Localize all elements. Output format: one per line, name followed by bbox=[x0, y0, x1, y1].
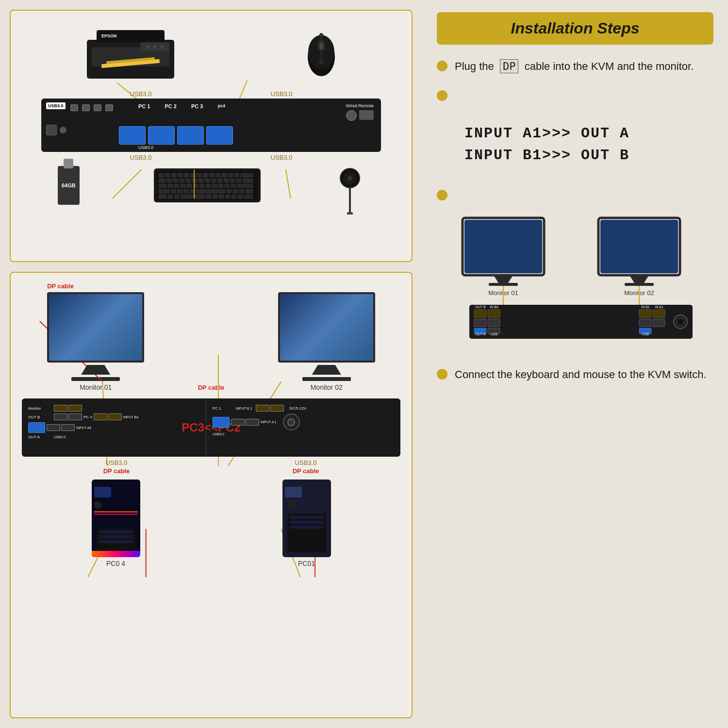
svg-rect-50 bbox=[236, 179, 241, 182]
left-panel: EPSON USB3.0 bbox=[0, 0, 422, 728]
svg-rect-121 bbox=[600, 220, 678, 273]
input-b4-label: INPUT B4 bbox=[123, 415, 138, 419]
kvm-switch-bottom: Monitor OUT B PC 4 bbox=[22, 398, 400, 457]
monitor-02-label: Monitor 02 bbox=[311, 383, 343, 391]
svg-rect-24 bbox=[159, 173, 164, 177]
svg-text:OUT A: OUT A bbox=[476, 332, 486, 336]
svg-rect-59 bbox=[206, 184, 211, 188]
pc3-label: PC 3 bbox=[191, 103, 203, 109]
usb-labels-bottom: USB3.0 USB3.0 bbox=[70, 154, 352, 161]
usb-labels-top: USB3.0 USB3.0 bbox=[70, 90, 352, 98]
svg-rect-27 bbox=[178, 173, 182, 177]
svg-rect-60 bbox=[212, 184, 217, 188]
svg-rect-71 bbox=[227, 189, 232, 193]
step-2 bbox=[437, 89, 713, 101]
monitor-01-screen bbox=[47, 292, 144, 363]
svg-rect-83 bbox=[232, 195, 236, 199]
pc-right-body bbox=[282, 480, 331, 557]
svg-rect-39 bbox=[167, 179, 172, 182]
svg-rect-70 bbox=[196, 189, 225, 193]
svg-text:IN B1: IN B1 bbox=[641, 305, 650, 309]
step-3-bullet bbox=[437, 190, 447, 200]
monitor-01-container: Monitor 01 bbox=[47, 292, 144, 391]
bottom-devices-row: 64GB bbox=[20, 166, 402, 216]
usb-label-bottom-left: USB3.0 bbox=[130, 154, 152, 161]
svg-rect-52 bbox=[159, 184, 166, 188]
svg-rect-81 bbox=[219, 195, 224, 199]
svg-rect-51 bbox=[243, 179, 253, 182]
svg-rect-36 bbox=[234, 173, 239, 177]
svg-rect-38 bbox=[159, 179, 165, 182]
installation-title-box: Installation Steps bbox=[437, 12, 713, 45]
usb-capacity-label: 64GB bbox=[62, 182, 76, 188]
pc1-label: PC 1 bbox=[138, 103, 150, 109]
out-a-kvm: OUT A bbox=[28, 435, 52, 439]
usb-port-1 bbox=[119, 126, 146, 145]
svg-rect-58 bbox=[199, 184, 204, 188]
usb-label-printer: USB3.0 bbox=[130, 90, 152, 98]
svg-rect-114 bbox=[290, 516, 324, 519]
dc-label: DC/5-12V bbox=[289, 406, 306, 411]
monitor-01-stand bbox=[81, 365, 110, 375]
svg-rect-77 bbox=[174, 195, 179, 199]
svg-rect-44 bbox=[199, 179, 203, 182]
svg-rect-85 bbox=[244, 195, 253, 199]
step1-dp-highlight: DP bbox=[500, 59, 519, 73]
usb-label-bottom-right: USB3.0 bbox=[271, 154, 293, 161]
pc4-label: pc4 bbox=[217, 103, 225, 109]
svg-rect-78 bbox=[181, 195, 205, 199]
svg-rect-76 bbox=[168, 195, 173, 199]
svg-rect-62 bbox=[225, 184, 230, 188]
pc-left-label: PC0 4 bbox=[106, 560, 125, 567]
wired-remote-label: Wired Remote bbox=[346, 103, 374, 108]
kvm-mini-diagram: Monitor 01 Monitor 02 OUT B bbox=[455, 215, 707, 353]
input-a4-label: INPUT A4 bbox=[76, 426, 91, 430]
step-1-bullet bbox=[437, 61, 447, 71]
kvm-usb-bottom-label: USB3.0 bbox=[138, 145, 153, 150]
svg-marker-119 bbox=[494, 275, 513, 283]
dp-cable-label-2: DP cable bbox=[198, 384, 225, 391]
svg-rect-68 bbox=[183, 189, 188, 193]
svg-rect-19 bbox=[319, 43, 323, 50]
svg-marker-123 bbox=[629, 275, 649, 283]
input-b1-label: INPUT B 1 bbox=[236, 407, 252, 410]
svg-point-13 bbox=[160, 45, 164, 49]
svg-rect-42 bbox=[186, 179, 191, 182]
svg-text:USB: USB bbox=[491, 332, 498, 336]
step-3 bbox=[437, 188, 713, 200]
svg-rect-29 bbox=[190, 173, 195, 177]
kvm-left-section: Monitor OUT B PC 4 bbox=[22, 398, 206, 457]
svg-rect-138 bbox=[653, 319, 665, 327]
svg-rect-56 bbox=[187, 184, 192, 188]
dp-cable-label-1: DP cable bbox=[47, 282, 74, 290]
svg-rect-128 bbox=[474, 310, 486, 317]
hdmi-port bbox=[359, 110, 374, 120]
left-pc-labels: USB3.0 DP cable bbox=[103, 459, 130, 475]
svg-rect-46 bbox=[211, 179, 216, 182]
step-2-bullet bbox=[437, 90, 447, 101]
bottom-diagram-box: DP cable Monitor 01 DP cable Monitor 02 bbox=[10, 272, 413, 718]
usb-label-pc-right: USB3.0 bbox=[295, 459, 317, 466]
pc-right-tower: PC01 bbox=[282, 480, 331, 567]
step-1: Plug the DP cable into the KVM and the m… bbox=[437, 59, 713, 74]
svg-point-21 bbox=[319, 33, 323, 37]
svg-rect-65 bbox=[159, 189, 169, 193]
svg-rect-73 bbox=[239, 189, 244, 193]
top-devices-row: EPSON bbox=[20, 20, 402, 85]
svg-rect-120 bbox=[489, 283, 518, 286]
installation-title: Installation Steps bbox=[511, 19, 640, 37]
svg-rect-132 bbox=[488, 319, 500, 327]
svg-rect-129 bbox=[474, 319, 486, 327]
step-1-text: Plug the DP cable into the KVM and the m… bbox=[455, 59, 694, 74]
kvm-usb-badge: USB3.0 bbox=[46, 102, 66, 109]
svg-text:OUT B: OUT B bbox=[475, 305, 486, 309]
svg-rect-124 bbox=[625, 283, 654, 286]
kvm-right-section: PC 1 INPUT B 1 DC/5-12V bbox=[206, 398, 400, 457]
svg-rect-66 bbox=[171, 189, 176, 193]
svg-text:USB: USB bbox=[642, 332, 649, 336]
svg-rect-48 bbox=[224, 179, 229, 182]
svg-rect-107 bbox=[99, 535, 133, 538]
pc2-label: PC 2 bbox=[165, 103, 176, 109]
pc-right-label: PC01 bbox=[298, 560, 315, 567]
monitor-01-base bbox=[71, 377, 120, 381]
